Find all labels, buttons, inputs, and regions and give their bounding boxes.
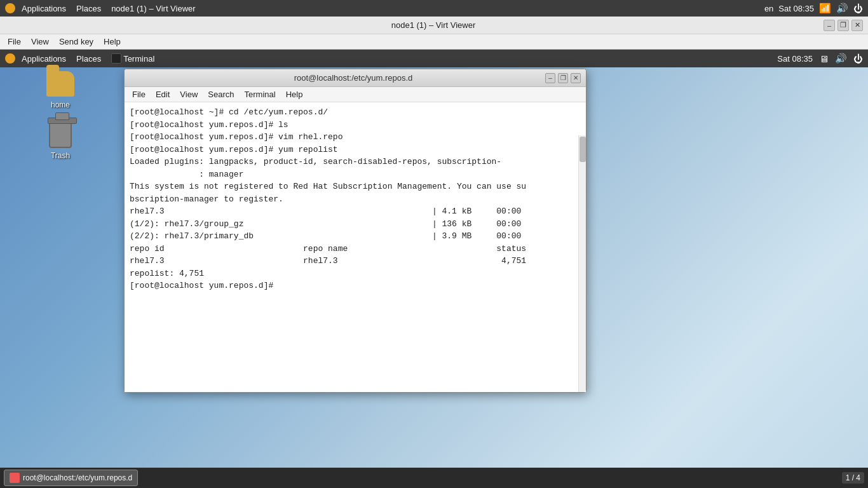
volume-icon: 🔊 — [836, 3, 848, 14]
power-icon[interactable]: ⏻ — [853, 3, 863, 14]
home-desktop-icon[interactable]: home — [38, 69, 83, 109]
outer-applications-btn[interactable]: Applications — [18, 3, 70, 15]
home-icon-label: home — [51, 100, 70, 109]
wifi-icon: 📶 — [819, 3, 831, 14]
outer-os-topbar: Applications Places node1 (1) – Virt Vie… — [0, 0, 868, 17]
terminal-menubar: File Edit View Search Terminal Help — [125, 87, 586, 102]
terminal-minimize-btn[interactable]: – — [545, 73, 555, 83]
terminal-menu-view[interactable]: View — [175, 88, 203, 100]
terminal-close-btn[interactable]: ✕ — [571, 73, 581, 83]
home-icon — [45, 69, 76, 99]
taskbar-left: root@localhost:/etc/yum.repos.d — [4, 470, 138, 486]
virt-viewer-menubar: File View Send key Help — [0, 34, 868, 50]
terminal-body: [root@localhost ~]# cd /etc/yum.repos.d/… — [125, 102, 586, 392]
virt-viewer-maximize-btn[interactable]: ❐ — [837, 20, 849, 31]
inner-page-indicator: 1 / 4 — [842, 472, 864, 484]
outer-time: Sat 08:35 — [778, 4, 814, 13]
home-folder-shape — [46, 71, 74, 97]
terminal-icon — [111, 53, 121, 64]
trash-can-shape — [49, 121, 72, 148]
trash-icon — [45, 119, 76, 150]
terminal-maximize-btn[interactable]: ❐ — [558, 73, 568, 83]
outer-window-btn[interactable]: node1 (1) – Virt Viewer — [107, 3, 199, 15]
terminal-title: root@localhost:/etc/yum.repos.d — [161, 73, 545, 83]
virt-viewer-close-btn[interactable]: ✕ — [851, 20, 863, 31]
terminal-window: root@localhost:/etc/yum.repos.d – ❐ ✕ Fi… — [124, 69, 587, 393]
vm-desktop: Applications Places Terminal Sat 08:35 🖥… — [0, 50, 868, 488]
terminal-menu-file[interactable]: File — [127, 88, 151, 100]
inner-applications-btn[interactable]: Applications — [18, 53, 70, 65]
terminal-menu-edit[interactable]: Edit — [151, 88, 175, 100]
virt-viewer-title: node1 (1) – Virt Viewer — [43, 20, 824, 30]
inner-volume-icon: 🔊 — [835, 53, 847, 64]
virt-viewer-window-buttons: – ❐ ✕ — [824, 20, 863, 31]
inner-monitor-icon: 🖥 — [819, 53, 829, 64]
inner-power-icon[interactable]: ⏻ — [853, 53, 863, 64]
inner-app-icon — [5, 53, 15, 64]
outer-places-btn[interactable]: Places — [72, 3, 105, 15]
outer-topbar-left: Applications Places node1 (1) – Virt Vie… — [5, 3, 200, 15]
virt-viewer-titlebar: node1 (1) – Virt Viewer – ❐ ✕ — [0, 17, 868, 34]
outer-topbar-right: en Sat 08:35 📶 🔊 ⏻ — [764, 3, 863, 14]
os-app-icon — [5, 3, 15, 13]
virt-menu-view[interactable]: View — [26, 36, 54, 48]
terminal-content[interactable]: [root@localhost ~]# cd /etc/yum.repos.d/… — [125, 102, 586, 392]
inner-topbar: Applications Places Terminal Sat 08:35 🖥… — [0, 50, 868, 67]
inner-topbar-left: Applications Places Terminal — [5, 52, 158, 65]
inner-topbar-right: Sat 08:35 🖥 🔊 ⏻ — [777, 53, 863, 64]
trash-desktop-icon[interactable]: Trash — [38, 119, 83, 160]
inner-taskbar: root@localhost:/etc/yum.repos.d 1 / 4 — [0, 468, 868, 488]
outer-lang[interactable]: en — [764, 4, 773, 13]
taskbar-terminal-icon — [10, 473, 20, 483]
virt-menu-file[interactable]: File — [3, 36, 26, 48]
terminal-titlebar: root@localhost:/etc/yum.repos.d – ❐ ✕ — [125, 69, 586, 87]
taskbar-terminal-item[interactable]: root@localhost:/etc/yum.repos.d — [4, 470, 138, 486]
inner-terminal-btn[interactable]: Terminal — [107, 52, 158, 65]
taskbar-right: 1 / 4 — [842, 472, 864, 484]
taskbar-terminal-label: root@localhost:/etc/yum.repos.d — [23, 473, 132, 482]
virt-menu-sendkey[interactable]: Send key — [54, 36, 98, 48]
inner-places-btn[interactable]: Places — [72, 53, 105, 65]
terminal-window-buttons: – ❐ ✕ — [545, 73, 581, 83]
inner-time: Sat 08:35 — [777, 54, 813, 64]
terminal-menu-terminal[interactable]: Terminal — [240, 88, 281, 100]
trash-icon-label: Trash — [51, 151, 70, 160]
terminal-menu-help[interactable]: Help — [281, 88, 308, 100]
virt-viewer-minimize-btn[interactable]: – — [824, 20, 835, 31]
terminal-menu-search[interactable]: Search — [203, 88, 239, 100]
terminal-scrollbar[interactable] — [578, 135, 586, 392]
virt-menu-help[interactable]: Help — [98, 36, 126, 48]
